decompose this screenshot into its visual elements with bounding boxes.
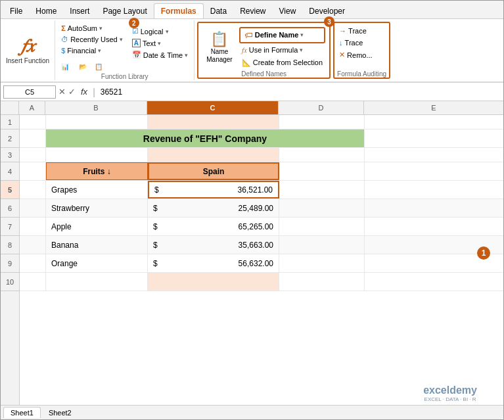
name-manager-button[interactable]: 📋 NameManager xyxy=(202,26,236,69)
confirm-icon[interactable]: ✓ xyxy=(68,87,76,97)
cell-a8[interactable] xyxy=(20,236,46,254)
cell-a3[interactable] xyxy=(20,148,46,162)
formula-input[interactable]: 36521 xyxy=(98,87,501,97)
orange-text: Orange xyxy=(51,259,78,268)
cell-a9[interactable] xyxy=(20,254,46,272)
trace-precedents-button[interactable]: → Trace xyxy=(337,26,386,36)
insert-function-group[interactable]: 𝑓𝑥 Insert Function xyxy=(1,20,55,80)
more-icon: 📂 xyxy=(79,63,87,70)
create-from-selection-button[interactable]: 📐 Create from Selection xyxy=(239,57,325,68)
col-header-e[interactable]: E xyxy=(364,101,503,114)
cell-b5[interactable]: Grapes xyxy=(46,181,148,198)
cell-e3[interactable] xyxy=(365,148,503,162)
row-4: Fruits ↓ Spain xyxy=(20,162,503,181)
cell-c7[interactable]: $ 65,265.00 xyxy=(148,218,279,235)
row-header-5[interactable]: 5 xyxy=(1,181,19,199)
cell-a5[interactable] xyxy=(20,181,46,198)
cell-e7[interactable] xyxy=(365,218,503,235)
autosum-button[interactable]: Σ AutoSum ▾ xyxy=(58,23,126,34)
define-name-button[interactable]: 🏷 Define Name ▾ xyxy=(239,27,325,43)
cell-b8[interactable]: Banana xyxy=(46,236,148,254)
cell-d7[interactable] xyxy=(279,218,365,235)
cell-a2[interactable] xyxy=(20,129,46,147)
cell-c1[interactable] xyxy=(148,115,279,129)
tab-insert[interactable]: Insert xyxy=(63,4,96,18)
cell-d3[interactable] xyxy=(279,148,365,162)
cell-c5-selected[interactable]: $ 36,521.00 xyxy=(148,181,279,198)
col-header-c[interactable]: C xyxy=(147,101,279,114)
cell-e2[interactable] xyxy=(365,129,503,147)
function-lib-extra[interactable]: 📋 xyxy=(91,62,106,72)
cell-c3[interactable] xyxy=(148,148,279,162)
financial-button[interactable]: $ Financial ▾ xyxy=(58,45,126,56)
math-trig-button[interactable]: 📊 xyxy=(58,62,74,72)
cell-b1[interactable] xyxy=(46,115,148,129)
cell-d4[interactable] xyxy=(279,162,365,180)
cell-b6[interactable]: Strawberry xyxy=(46,199,148,217)
row-header-3[interactable]: 3 xyxy=(1,148,19,162)
row-header-8[interactable]: 8 xyxy=(1,236,19,254)
tab-view[interactable]: View xyxy=(273,4,303,18)
title-cell[interactable]: Revenue of "EFH" Company xyxy=(46,129,365,147)
row-header-10[interactable]: 10 xyxy=(1,273,19,291)
cell-d1[interactable] xyxy=(279,115,365,129)
col-header-d[interactable]: D xyxy=(279,101,364,114)
cell-a6[interactable] xyxy=(20,199,46,217)
cell-b7[interactable]: Apple xyxy=(46,218,148,235)
cell-a10[interactable] xyxy=(20,273,46,291)
cell-c10[interactable] xyxy=(148,273,279,291)
row-header-7[interactable]: 7 xyxy=(1,218,19,236)
name-box[interactable]: C5 xyxy=(3,85,56,99)
cell-d8[interactable] xyxy=(279,236,365,254)
tab-home[interactable]: Home xyxy=(29,4,63,18)
cell-d9[interactable] xyxy=(279,254,365,272)
cell-d5[interactable] xyxy=(279,181,365,198)
use-in-formula-button[interactable]: 𝑓𝑥 Use in Formula ▾ xyxy=(239,45,325,56)
row-header-6[interactable]: 6 xyxy=(1,199,19,218)
col-header-a[interactable]: A xyxy=(19,101,45,114)
tab-data[interactable]: Data xyxy=(204,4,233,18)
spain-header[interactable]: Spain xyxy=(148,162,279,180)
cell-a4[interactable] xyxy=(20,162,46,180)
remove-arrows-button[interactable]: ✕ Remo... xyxy=(337,49,386,60)
tab-page-layout[interactable]: Page Layout xyxy=(96,4,153,18)
column-headers: A B C D E xyxy=(1,101,503,115)
date-time-button[interactable]: 📅 Date & Time ▾ xyxy=(129,49,192,60)
row-header-1[interactable]: 1 xyxy=(1,115,19,129)
tab-file[interactable]: File xyxy=(3,4,29,18)
cell-e1[interactable] xyxy=(365,115,503,129)
cell-a7[interactable] xyxy=(20,218,46,235)
fruits-header[interactable]: Fruits ↓ xyxy=(46,162,148,180)
text-button[interactable]: A Text ▾ xyxy=(129,37,192,49)
col-header-b[interactable]: B xyxy=(45,101,147,114)
cell-b10[interactable] xyxy=(46,273,148,291)
strawberry-text: Strawberry xyxy=(51,204,89,213)
row-header-4[interactable]: 4 xyxy=(1,162,19,181)
row-header-9[interactable]: 9 xyxy=(1,254,19,273)
apple-text: Apple xyxy=(51,222,72,231)
cell-d6[interactable] xyxy=(279,199,365,217)
recently-used-button[interactable]: ⏱ Recently Used ▾ xyxy=(58,34,126,45)
cell-e6[interactable] xyxy=(365,199,503,217)
logical-button[interactable]: ☑ Logical ▾ xyxy=(129,26,192,37)
cell-d10[interactable] xyxy=(279,273,365,291)
tab-review[interactable]: Review xyxy=(233,4,272,18)
cell-e4[interactable] xyxy=(365,162,503,180)
cell-e5[interactable] xyxy=(365,181,503,198)
cell-c8[interactable]: $ 35,663.00 xyxy=(148,236,279,254)
more-functions-button[interactable]: 📂 xyxy=(76,62,90,72)
tab-formulas[interactable]: Formulas xyxy=(154,3,204,18)
cell-e10[interactable] xyxy=(365,273,503,291)
sheet-tab-2[interactable]: Sheet2 xyxy=(42,408,78,418)
cell-c6[interactable]: $ 25,489.00 xyxy=(148,199,279,217)
trace-dependents-button[interactable]: ↓ Trace xyxy=(337,37,386,48)
row-header-2[interactable]: 2 xyxy=(1,129,19,148)
check-icon[interactable]: ✕ xyxy=(58,87,66,97)
cell-b9[interactable]: Orange xyxy=(46,254,148,272)
name-manager-label: NameManager xyxy=(206,48,232,64)
sheet-tab-1[interactable]: Sheet1 xyxy=(3,407,41,418)
cell-a1[interactable] xyxy=(20,115,46,129)
cell-c9[interactable]: $ 56,632.00 xyxy=(148,254,279,272)
formula-auditing-label: Formula Auditing xyxy=(337,69,386,78)
cell-b3[interactable] xyxy=(46,148,148,162)
